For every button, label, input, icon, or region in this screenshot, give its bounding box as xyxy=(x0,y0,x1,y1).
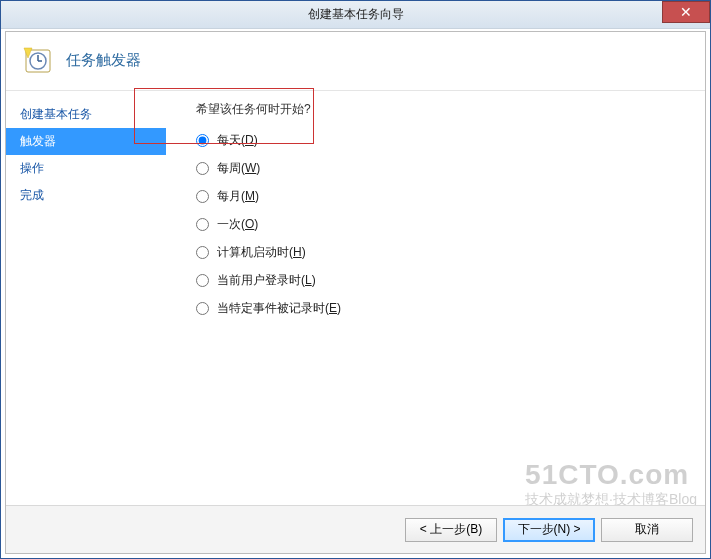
option-label: 每天(D) xyxy=(217,132,258,149)
option-weekly[interactable]: 每周(W) xyxy=(196,160,705,177)
dialog-window: 创建基本任务向导 ✕ 任务触发器 创建基本任务 触发器 操作 xyxy=(0,0,711,559)
option-label: 计算机启动时(H) xyxy=(217,244,306,261)
wizard-sidebar: 创建基本任务 触发器 操作 完成 xyxy=(6,91,166,502)
sidebar-item-trigger[interactable]: 触发器 xyxy=(6,128,166,155)
option-logon[interactable]: 当前用户登录时(L) xyxy=(196,272,705,289)
trigger-prompt: 希望该任务何时开始? xyxy=(196,101,705,118)
radio-weekly[interactable] xyxy=(196,162,209,175)
option-daily[interactable]: 每天(D) xyxy=(196,132,705,149)
option-once[interactable]: 一次(O) xyxy=(196,216,705,233)
body: 创建基本任务 触发器 操作 完成 希望该任务何时开始? 每天(D) 每周(W) xyxy=(6,91,705,502)
option-label: 每周(W) xyxy=(217,160,260,177)
sidebar-item-finish[interactable]: 完成 xyxy=(6,182,166,209)
close-button[interactable]: ✕ xyxy=(662,1,710,23)
footer-bar: < 上一步(B) 下一步(N) > 取消 xyxy=(6,505,705,553)
close-icon: ✕ xyxy=(680,4,692,20)
option-monthly[interactable]: 每月(M) xyxy=(196,188,705,205)
option-label: 一次(O) xyxy=(217,216,258,233)
cancel-button[interactable]: 取消 xyxy=(601,518,693,542)
back-button[interactable]: < 上一步(B) xyxy=(405,518,497,542)
header-row: 任务触发器 xyxy=(6,32,705,91)
option-event[interactable]: 当特定事件被记录时(E) xyxy=(196,300,705,317)
radio-monthly[interactable] xyxy=(196,190,209,203)
next-button[interactable]: 下一步(N) > xyxy=(503,518,595,542)
content-area: 任务触发器 创建基本任务 触发器 操作 完成 希望该任务何时开始? 每天(D) xyxy=(5,31,706,554)
option-startup[interactable]: 计算机启动时(H) xyxy=(196,244,705,261)
trigger-options: 每天(D) 每周(W) 每月(M) 一次(O) xyxy=(196,132,705,317)
radio-once[interactable] xyxy=(196,218,209,231)
option-label: 当前用户登录时(L) xyxy=(217,272,316,289)
sidebar-item-action[interactable]: 操作 xyxy=(6,155,166,182)
option-label: 每月(M) xyxy=(217,188,259,205)
page-title: 任务触发器 xyxy=(66,51,141,70)
window-title: 创建基本任务向导 xyxy=(1,6,710,23)
sidebar-item-create-task[interactable]: 创建基本任务 xyxy=(6,101,166,128)
radio-daily[interactable] xyxy=(196,134,209,147)
radio-logon[interactable] xyxy=(196,274,209,287)
main-panel: 希望该任务何时开始? 每天(D) 每周(W) 每月(M) xyxy=(166,91,705,502)
option-label: 当特定事件被记录时(E) xyxy=(217,300,341,317)
scheduler-icon xyxy=(22,44,54,76)
radio-startup[interactable] xyxy=(196,246,209,259)
radio-event[interactable] xyxy=(196,302,209,315)
title-bar: 创建基本任务向导 ✕ xyxy=(1,1,710,29)
